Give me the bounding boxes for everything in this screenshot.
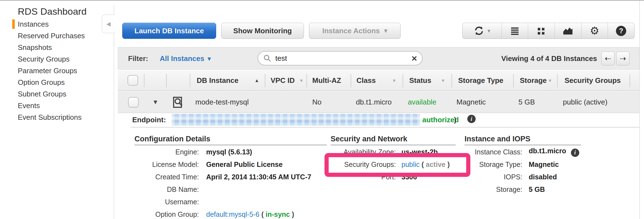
security-network-section: Security and Network Availability Zone: …	[331, 135, 456, 185]
instance-iops-section: Instance and IOPS Instance Class: db.t1.…	[465, 135, 581, 197]
sort-ascending-icon[interactable]: ▲	[254, 78, 259, 83]
monitoring-view-button[interactable]	[555, 23, 581, 39]
detail-row-created-time: Created Time: April 2, 2014 11:30:45 AM …	[134, 172, 327, 181]
view-settings-toolbar: ▾ ⚙ ?	[462, 23, 635, 39]
sidebar-item-instances[interactable]: Instances	[0, 18, 113, 30]
security-group-status: active	[426, 161, 446, 168]
detail-row-instance-class: Instance Class: db.t1.micro i	[465, 147, 581, 156]
detail-row-storage-type: Storage Type: Magnetic	[465, 160, 581, 169]
detail-row-port: Port: 3306	[331, 172, 456, 181]
info-icon[interactable]: i	[571, 149, 579, 157]
column-header-vpc-id[interactable]: VPC ID	[271, 76, 295, 85]
select-all-checkbox[interactable]	[128, 75, 138, 86]
previous-page-icon: ⇠	[605, 54, 611, 63]
cell-db-instance: mode-test-mysql	[195, 98, 249, 106]
detail-row-iops: IOPS: disabled	[465, 172, 581, 181]
endpoint-label: Endpoint:	[132, 116, 166, 124]
column-divider	[144, 74, 144, 87]
sidebar-item-security-groups[interactable]: Security Groups	[0, 53, 113, 65]
endpoint-value-redacted	[172, 114, 420, 126]
endpoint-status: authorized	[422, 116, 459, 124]
next-page-button[interactable]: ⇢	[616, 52, 630, 65]
column-divider	[351, 74, 351, 87]
search-input[interactable]	[275, 54, 411, 63]
column-menu-icon[interactable]: ▾	[549, 77, 551, 84]
instance-actions-button[interactable]: Instance Actions ▾	[309, 23, 401, 39]
sidebar-item-events[interactable]: Events	[0, 100, 113, 111]
search-icon	[263, 54, 271, 62]
rds-console-screen: RDS Dashboard ◀ Instances Reserved Purch…	[0, 0, 644, 219]
column-divider	[306, 74, 307, 87]
column-header-storage-type[interactable]: Storage Type	[458, 76, 503, 85]
filter-dropdown[interactable]: All Instances ▾	[160, 54, 211, 63]
list-view-button[interactable]	[501, 23, 528, 39]
column-divider	[630, 74, 630, 87]
column-menu-icon[interactable]: ▾	[300, 77, 303, 84]
clear-search-icon[interactable]: ×	[411, 54, 417, 63]
column-menu-icon[interactable]: ▾	[442, 77, 445, 84]
cell-storage: 5 GB	[518, 98, 535, 106]
column-header-storage[interactable]: Storage	[520, 76, 547, 85]
cell-class: db.t1.micro	[356, 98, 392, 106]
column-divider	[451, 74, 452, 87]
column-divider	[403, 74, 403, 87]
chevron-down-icon: ▾	[208, 56, 211, 62]
section-heading: Security and Network	[331, 135, 456, 145]
refresh-button[interactable]: ▾	[463, 23, 501, 39]
column-header-class[interactable]: Class	[356, 76, 376, 85]
column-menu-icon[interactable]: ▾	[393, 77, 396, 84]
detail-row-security-groups: Security Groups: public ( active )	[331, 160, 456, 169]
list-view-icon	[510, 26, 520, 36]
column-header-status[interactable]: Status	[409, 76, 431, 85]
detail-row-license-model: License Model: General Public License	[134, 160, 327, 169]
sidebar-item-snapshots[interactable]: Snapshots	[0, 42, 113, 53]
previous-page-button[interactable]: ⇠	[601, 52, 615, 65]
monitoring-chart-icon	[562, 26, 573, 36]
grid-view-button[interactable]	[528, 23, 555, 39]
detail-row-availability-zone: Availability Zone: us-west-2b	[331, 147, 456, 156]
column-divider	[190, 74, 190, 87]
settings-gear-icon: ⚙	[590, 26, 599, 36]
column-divider	[557, 74, 558, 87]
row-expand-icon[interactable]: ▼	[152, 98, 159, 106]
info-icon[interactable]: i	[467, 115, 476, 123]
column-divider	[166, 74, 167, 87]
chevron-down-icon: ▾	[384, 28, 387, 34]
show-monitoring-button[interactable]: Show Monitoring	[221, 23, 304, 39]
configuration-details-section: Configuration Details Engine: mysql (5.6…	[134, 135, 327, 219]
sidebar-item-event-subscriptions[interactable]: Event Subscriptions	[0, 111, 113, 123]
inspect-details-icon[interactable]	[173, 96, 184, 109]
cell-status: available	[408, 98, 436, 106]
help-icon: ?	[616, 26, 626, 36]
settings-button[interactable]: ⚙	[581, 23, 608, 39]
column-header-security-groups[interactable]: Security Groups	[565, 76, 621, 85]
column-divider	[513, 74, 514, 87]
sidebar-item-parameter-groups[interactable]: Parameter Groups	[0, 65, 113, 77]
cell-multi-az: No	[312, 98, 321, 106]
security-group-link[interactable]: public	[401, 161, 420, 168]
sidebar-item-subnet-groups[interactable]: Subnet Groups	[0, 88, 113, 100]
active-item-bar	[12, 19, 15, 29]
detail-row-storage: Storage: 5 GB	[465, 185, 581, 194]
endpoint-close-paren: )	[454, 116, 456, 124]
grid-view-icon	[536, 26, 546, 36]
top-border	[0, 0, 644, 1]
right-border	[639, 1, 640, 219]
launch-db-instance-button[interactable]: Launch DB Instance	[122, 23, 216, 39]
search-box: ×	[258, 51, 423, 65]
page-title: RDS Dashboard	[18, 6, 87, 17]
endpoint-divider	[131, 127, 639, 128]
row-checkbox[interactable]	[128, 97, 139, 108]
sidebar-item-option-groups[interactable]: Option Groups	[0, 77, 113, 88]
column-header-multi-az[interactable]: Multi-AZ	[312, 76, 341, 85]
help-button[interactable]: ?	[608, 23, 634, 39]
refresh-menu-chevron-icon[interactable]: ▾	[488, 27, 490, 34]
column-header-db-instance[interactable]: DB Instance	[197, 76, 238, 85]
detail-row-engine: Engine: mysql (5.6.13)	[134, 147, 327, 156]
table-header: DB Instance ▲ VPC ID ▾ Multi-AZ Class ▾ …	[118, 70, 639, 91]
option-group-link[interactable]: default:mysql-5-6	[206, 210, 259, 218]
filter-label: Filter:	[128, 54, 148, 63]
sidebar-nav: Instances Reserved Purchases Snapshots S…	[0, 18, 113, 123]
sidebar-item-reserved-purchases[interactable]: Reserved Purchases	[0, 30, 113, 42]
table-row[interactable]: ▼ mode-test-mysql No db.t1.micro availab…	[118, 92, 639, 113]
